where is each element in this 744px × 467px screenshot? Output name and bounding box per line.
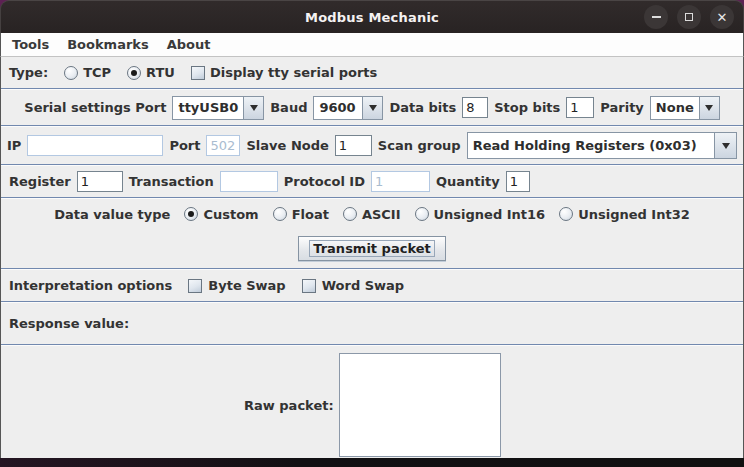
radio-unsigned-int16-label: Unsigned Int16 [434,207,546,222]
stop-bits-input[interactable] [566,97,594,118]
titlebar: Modbus Mechanic ✕ [0,0,744,33]
port-label: Port [169,138,200,153]
baud-combobox[interactable]: 9600 [313,96,383,120]
radio-float-icon [273,207,287,221]
radio-unsigned-int32-icon [559,207,573,221]
chevron-down-icon[interactable] [714,133,736,158]
word-swap-checkbox-icon [302,279,316,293]
ip-label: IP [7,138,21,153]
scan-group-combobox-value: Read Holding Registers (0x03) [468,133,714,158]
ip-input [27,135,163,156]
radio-tcp-icon [64,66,78,80]
menu-tools[interactable]: Tools [12,37,49,52]
byte-swap-checkbox[interactable]: Byte Swap [188,278,285,293]
baud-label: Baud [270,100,307,115]
port-combobox-value: ttyUSB0 [173,97,243,119]
byte-swap-checkbox-icon [188,279,202,293]
parity-combobox[interactable]: None [650,96,720,120]
transaction-label: Transaction [129,174,214,189]
transmit-row: Transmit packet [1,229,743,268]
radio-custom-label: Custom [203,207,258,222]
quantity-label: Quantity [436,174,500,189]
register-label: Register [9,174,71,189]
chevron-down-icon[interactable] [699,97,719,119]
interpretation-options-row: Interpretation options Byte Swap Word Sw… [1,270,743,301]
main-panel: Type: TCP RTU Display tty serial ports S… [0,57,744,458]
chevron-down-icon[interactable] [362,97,382,119]
register-input[interactable] [77,171,123,192]
type-label: Type: [9,65,48,80]
close-icon: ✕ [717,11,728,24]
quantity-input[interactable] [506,171,530,192]
scan-group-label: Scan group [378,138,461,153]
radio-float[interactable]: Float [273,207,329,222]
slave-node-input[interactable] [335,135,372,156]
data-value-type-row: Data value type Custom Float ASCII Unsig… [1,199,743,229]
menubar: Tools Bookmarks About [0,33,744,57]
radio-custom-icon [184,207,198,221]
chevron-down-icon[interactable] [243,97,263,119]
transmit-packet-button[interactable]: Transmit packet [298,236,445,261]
protocol-id-input [371,171,430,192]
radio-ascii-icon [343,207,357,221]
radio-ascii[interactable]: ASCII [343,207,401,222]
slave-node-label: Slave Node [246,138,328,153]
radio-rtu-label: RTU [146,65,175,80]
radio-unsigned-int32[interactable]: Unsigned Int32 [559,207,690,222]
raw-packet-label: Raw packet: [244,398,334,413]
parity-label: Parity [600,100,644,115]
menu-bookmarks[interactable]: Bookmarks [67,37,149,52]
raw-packet-textarea[interactable] [339,353,501,457]
radio-tcp[interactable]: TCP [64,65,111,80]
transmit-packet-button-label: Transmit packet [309,240,434,257]
word-swap-checkbox[interactable]: Word Swap [302,278,405,293]
radio-unsigned-int16[interactable]: Unsigned Int16 [415,207,546,222]
word-swap-label: Word Swap [322,278,405,293]
radio-unsigned-int32-label: Unsigned Int32 [578,207,690,222]
window-title: Modbus Mechanic [1,10,743,25]
minimize-icon [652,16,661,18]
ip-row: IP Port Slave Node Scan group Read Holdi… [1,127,743,164]
desktop-edge-strip [0,458,744,467]
minimize-button[interactable] [644,5,668,29]
scan-group-combobox[interactable]: Read Holding Registers (0x03) [467,132,737,159]
radio-tcp-label: TCP [83,65,111,80]
parity-combobox-value: None [651,97,699,119]
display-tty-checkbox-icon [191,66,205,80]
window-controls: ✕ [644,5,743,29]
modbus-mechanic-window: Modbus Mechanic ✕ Tools Bookmarks About … [0,0,744,467]
serial-settings-port-label: Serial settings Port [24,100,166,115]
response-value-row: Response value: [1,303,743,344]
port-combobox[interactable]: ttyUSB0 [172,96,264,120]
transaction-input [220,171,278,192]
radio-rtu-icon [127,66,141,80]
menu-about[interactable]: About [167,37,211,52]
byte-swap-label: Byte Swap [208,278,285,293]
data-bits-label: Data bits [389,100,456,115]
interpretation-options-label: Interpretation options [9,278,172,293]
stop-bits-label: Stop bits [494,100,560,115]
radio-custom[interactable]: Custom [184,207,258,222]
response-value-label: Response value: [9,316,129,331]
protocol-id-label: Protocol ID [284,174,365,189]
data-value-type-label: Data value type [54,207,170,222]
register-row: Register Transaction Protocol ID Quantit… [1,166,743,197]
radio-float-label: Float [292,207,329,222]
serial-settings-row: Serial settings Port ttyUSB0 Baud 9600 D… [1,90,743,125]
raw-packet-row: Raw packet: [1,346,743,458]
radio-unsigned-int16-icon [415,207,429,221]
display-tty-label: Display tty serial ports [210,65,377,80]
maximize-button[interactable] [677,5,701,29]
data-bits-input[interactable] [462,97,488,118]
radio-ascii-label: ASCII [362,207,401,222]
display-tty-checkbox[interactable]: Display tty serial ports [191,65,377,80]
port-input [206,135,240,156]
close-button[interactable]: ✕ [710,5,734,29]
maximize-icon [685,13,693,21]
baud-combobox-value: 9600 [314,97,362,119]
radio-rtu[interactable]: RTU [127,65,175,80]
connection-type-row: Type: TCP RTU Display tty serial ports [1,57,743,88]
